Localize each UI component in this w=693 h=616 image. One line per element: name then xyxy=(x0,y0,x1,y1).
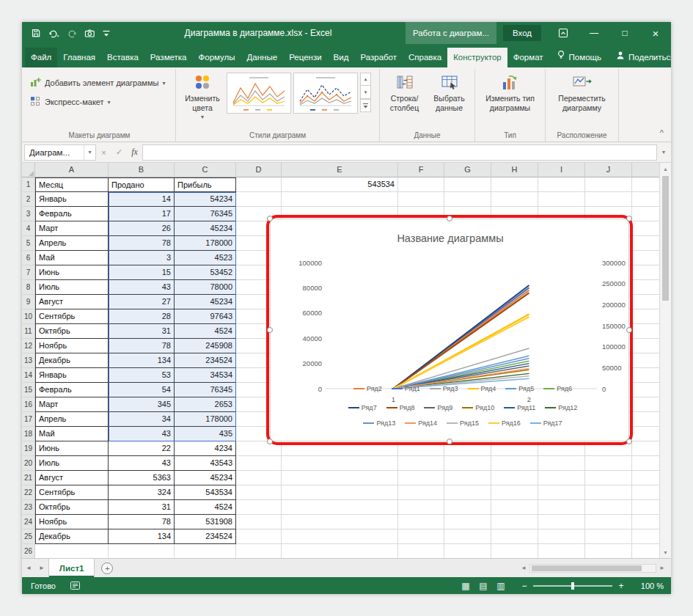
name-box-dropdown-icon[interactable]: ▾ xyxy=(84,145,95,160)
column-header-C[interactable]: C xyxy=(175,163,236,177)
maximize-button[interactable]: □ xyxy=(609,22,640,44)
row-header-20[interactable]: 20 xyxy=(22,456,35,471)
cell-E26[interactable] xyxy=(282,544,398,558)
tab-help[interactable]: Помощь xyxy=(549,48,609,67)
name-box[interactable]: Диаграм... ▾ xyxy=(24,144,96,161)
cell-B26[interactable] xyxy=(109,544,175,558)
cell-B7[interactable]: 15 xyxy=(109,265,175,280)
cell-A8[interactable]: Июль xyxy=(35,280,109,295)
cell-A24[interactable]: Ноябрь xyxy=(35,515,109,529)
cell-A12[interactable]: Ноябрь xyxy=(35,339,109,353)
cell-B9[interactable]: 27 xyxy=(109,295,175,309)
zoom-slider[interactable] xyxy=(533,585,612,587)
gallery-up-icon[interactable]: ▴ xyxy=(360,73,371,86)
tab-Формулы[interactable]: Формулы xyxy=(193,48,241,67)
ribbon-display-options-button[interactable] xyxy=(548,22,579,44)
cell-F25[interactable] xyxy=(398,529,444,544)
gallery-down-icon[interactable]: ▾ xyxy=(360,86,371,99)
collapse-ribbon-icon[interactable]: ^ xyxy=(660,128,664,137)
cell-I2[interactable] xyxy=(538,192,585,207)
legend-item-Ряд8[interactable]: Ряд8 xyxy=(386,404,415,411)
cell-I23[interactable] xyxy=(538,500,585,515)
row-header-25[interactable]: 25 xyxy=(22,529,35,544)
column-header-J[interactable]: J xyxy=(585,163,632,177)
qat-customize-icon[interactable] xyxy=(102,29,111,38)
cell-C4[interactable]: 45234 xyxy=(175,221,236,236)
cell-J20[interactable] xyxy=(585,456,632,471)
column-header-D[interactable]: D xyxy=(236,163,282,177)
legend-item-Ряд11[interactable]: Ряд11 xyxy=(504,404,535,411)
resize-handle-ne[interactable] xyxy=(626,216,632,221)
cell-F21[interactable] xyxy=(398,471,444,485)
cell-B16[interactable]: 345 xyxy=(109,397,175,412)
sheet-nav-left-icon[interactable]: ◄ xyxy=(22,565,35,571)
cell-B23[interactable]: 31 xyxy=(109,500,175,515)
cell-A1[interactable]: Месяц xyxy=(35,177,109,192)
cell-C20[interactable]: 43543 xyxy=(175,456,236,471)
minimize-button[interactable]: — xyxy=(579,22,609,44)
quick-layout-button[interactable]: Экспресс-макет ▾ xyxy=(26,95,169,109)
cell-A18[interactable]: Май xyxy=(35,427,109,441)
cell-H19[interactable] xyxy=(491,441,538,456)
cell-F1[interactable] xyxy=(398,177,444,192)
cell-E21[interactable] xyxy=(282,471,398,485)
cell-G23[interactable] xyxy=(444,500,491,515)
cell-A7[interactable]: Июнь xyxy=(35,265,109,280)
cell-A10[interactable]: Сентябрь xyxy=(35,309,109,324)
cell-A11[interactable]: Октябрь xyxy=(35,324,109,339)
insert-function-icon[interactable]: fx xyxy=(127,147,142,158)
column-header-H[interactable]: H xyxy=(491,163,538,177)
cell-G26[interactable] xyxy=(444,544,491,558)
cell-A25[interactable]: Декабрь xyxy=(35,529,109,544)
scroll-right-icon[interactable]: ► xyxy=(656,565,668,571)
resize-handle-n[interactable] xyxy=(447,216,452,221)
row-header-11[interactable]: 11 xyxy=(22,324,35,339)
row-header-17[interactable]: 17 xyxy=(22,412,35,427)
cell-D21[interactable] xyxy=(236,471,282,485)
cell-E20[interactable] xyxy=(282,456,398,471)
cell-I20[interactable] xyxy=(538,456,585,471)
cell-A13[interactable]: Декабрь xyxy=(35,353,109,368)
cell-D23[interactable] xyxy=(236,500,282,515)
column-header-A[interactable]: A xyxy=(35,163,109,177)
resize-handle-sw[interactable] xyxy=(267,439,273,444)
cell-B3[interactable]: 17 xyxy=(109,207,175,221)
cell-A15[interactable]: Февраль xyxy=(35,383,109,397)
cell-J21[interactable] xyxy=(585,471,632,485)
page-layout-view-icon[interactable]: ▤ xyxy=(474,581,492,591)
select-data-button[interactable]: Выбрать данные xyxy=(427,70,472,130)
cell-C2[interactable]: 54234 xyxy=(175,192,236,207)
cell-A17[interactable]: Апрель xyxy=(35,412,109,427)
zoom-percent-label[interactable]: 100 % xyxy=(631,582,664,590)
row-header-6[interactable]: 6 xyxy=(22,251,35,265)
vertical-scrollbar[interactable]: ▲ ▼ xyxy=(659,163,671,558)
tab-Вид[interactable]: Вид xyxy=(328,48,355,67)
cell-F22[interactable] xyxy=(398,485,444,500)
row-header-13[interactable]: 13 xyxy=(22,353,35,368)
undo-icon[interactable] xyxy=(48,28,59,38)
cell-F26[interactable] xyxy=(398,544,444,558)
legend-item-Ряд16[interactable]: Ряд16 xyxy=(488,419,521,427)
cell-E1[interactable]: 543534 xyxy=(282,177,398,192)
column-header-E[interactable]: E xyxy=(282,163,398,177)
legend-item-Ряд1[interactable]: Ряд1 xyxy=(392,385,420,392)
enter-icon[interactable]: ✓ xyxy=(111,147,127,157)
cell-C1[interactable]: Прибыль xyxy=(175,177,236,192)
sign-in-button[interactable]: Вход xyxy=(503,25,541,41)
horizontal-scroll-track[interactable] xyxy=(529,564,656,573)
cell-A3[interactable]: Февраль xyxy=(35,207,109,221)
cell-E24[interactable] xyxy=(282,515,398,529)
row-column-button[interactable]: Строка/ столбец xyxy=(382,70,427,130)
cell-I25[interactable] xyxy=(538,529,585,544)
cell-C7[interactable]: 53452 xyxy=(175,265,236,280)
cell-E22[interactable] xyxy=(282,485,398,500)
cell-C26[interactable] xyxy=(175,544,236,558)
row-header-19[interactable]: 19 xyxy=(22,441,35,456)
cell-J22[interactable] xyxy=(585,485,632,500)
cell-A21[interactable]: Август xyxy=(35,471,109,485)
cell-I21[interactable] xyxy=(538,471,585,485)
cell-A6[interactable]: Май xyxy=(35,251,109,265)
chart-style-thumb-2[interactable] xyxy=(293,73,358,114)
cell-A4[interactable]: Март xyxy=(35,221,109,236)
cell-A23[interactable]: Октябрь xyxy=(35,500,109,515)
